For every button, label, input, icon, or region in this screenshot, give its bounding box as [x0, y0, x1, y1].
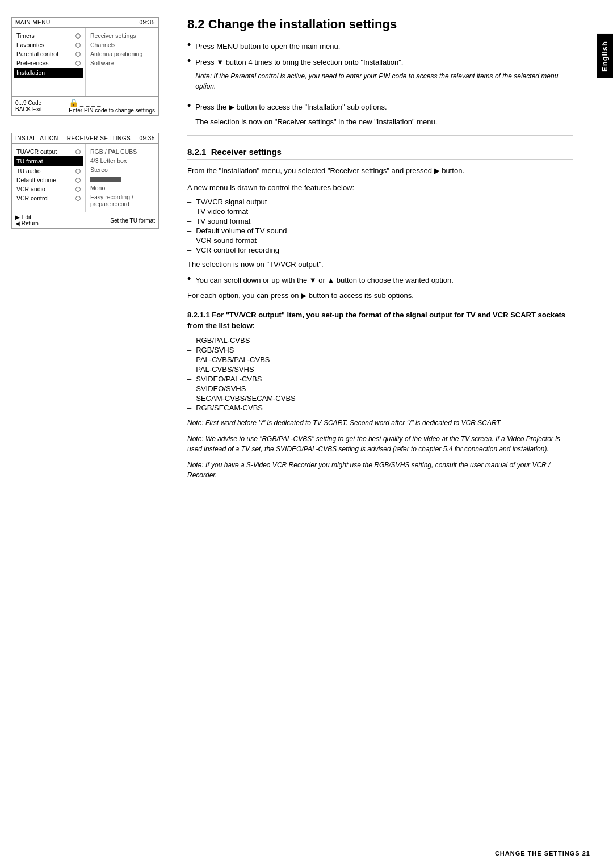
radio-parental — [75, 52, 81, 57]
scroll-bullet: • You can scroll down or up with the ▼ o… — [187, 275, 573, 286]
feature-5: –VCR sound format — [187, 236, 573, 245]
feature-2: –TV video format — [187, 207, 573, 216]
right-content: English 8.2 Change the installation sett… — [170, 0, 613, 868]
menu-item-preferences-label: Preferences — [16, 60, 49, 66]
menu-item-tu-format[interactable]: TU format ◆▶ — [14, 156, 83, 166]
scroll-bullet-text: You can scroll down or up with the ▼ or … — [195, 275, 454, 286]
main-menu-footer: 0...9 Code BACK Exit 🔒 ____ Enter PIN co… — [12, 96, 158, 115]
menu-item-favourites[interactable]: Favourites — [14, 40, 83, 49]
subsection-description: A new menu is drawn to control the featu… — [187, 182, 573, 194]
format-1: –RGB/PAL-CVBS — [187, 336, 573, 345]
radio-timers — [75, 33, 81, 39]
radio-favourites — [75, 43, 81, 48]
tu-audio-label: TU audio — [16, 167, 41, 174]
vcr-control-label: VCR control — [16, 195, 49, 202]
format-7: –SECAM-CVBS/SECAM-CVBS — [187, 394, 573, 402]
vcr-audio-label: VCR audio — [16, 186, 45, 192]
main-menu-body: Timers Favourites Parental control Prefe… — [12, 28, 158, 96]
scroll-bullet-dot: • — [187, 274, 191, 284]
radio-tu-audio — [75, 169, 81, 174]
format-2: –RGB/SVHS — [187, 346, 573, 354]
note-2: Note: We advise to use "RGB/PAL-CVBS" se… — [187, 434, 573, 454]
bullet-text-1: Press MENU button to open the main menu. — [195, 41, 340, 52]
menu-item-parental-label: Parental control — [16, 51, 58, 57]
menu-item-installation-label: Installation — [16, 69, 45, 76]
left-panel: Main Menu 09:35 Timers Favourites Parent… — [0, 0, 170, 868]
menu-item-tuvcr-output[interactable]: TU/VCR output — [14, 147, 83, 156]
menu-item-default-volume[interactable]: Default volume — [14, 175, 83, 184]
install-footer-right: Set the TU format — [110, 217, 155, 224]
bullet-text-3: Press the ▶ button to access the "Instal… — [195, 102, 437, 127]
main-menu-header: Main Menu 09:35 — [12, 18, 158, 28]
footer-page-num: 21 — [582, 850, 590, 857]
right-rgb-pal: RGB / PAL CUBS — [90, 147, 154, 156]
radio-default-volume — [75, 178, 81, 183]
menu-item-preferences[interactable]: Preferences — [14, 58, 83, 68]
main-menu-box: Main Menu 09:35 Timers Favourites Parent… — [11, 17, 159, 116]
section-divider — [187, 135, 573, 136]
bullet-2-note: Note: If the Parental control is active,… — [195, 71, 573, 91]
set-tu-format-label: Set the TU format — [110, 217, 155, 224]
right-letterbox: 4/3 Letter box — [90, 156, 154, 165]
radio-preferences — [75, 61, 81, 66]
lock-icon: 🔒 — [69, 98, 78, 107]
menu-item-timers-label: Timers — [16, 32, 35, 39]
main-menu-footer-left: 0...9 Code BACK Exit — [15, 100, 42, 112]
install-menu-footer: ▶ Edit ◀ Return Set the TU format — [12, 212, 158, 228]
volume-bar-display — [90, 177, 121, 182]
main-menu-right-col: Receiver settings Channels Antenna posit… — [86, 28, 158, 96]
feature-4: –Default volume of TV sound — [187, 227, 573, 235]
radio-vcr-audio — [75, 187, 81, 192]
radio-tuvcr — [75, 149, 81, 154]
right-stereo: Stereo — [90, 165, 154, 174]
main-menu-footer-right: 🔒 ____ Enter PIN code to change settings — [69, 98, 155, 114]
menu-item-vcr-audio[interactable]: VCR audio — [14, 184, 83, 194]
menu-item-vcr-control[interactable]: VCR control — [14, 194, 83, 203]
right-mono: Mono — [90, 183, 154, 192]
note-3: Note: If you have a S-Video VCR Recorder… — [187, 460, 573, 480]
install-menu-left-col: TU/VCR output TU format ◆▶ TU audio Defa… — [12, 144, 86, 212]
feature-3: –TV sound format — [187, 217, 573, 225]
install-menu-title: Installation — [15, 135, 58, 141]
install-menu-header: Installation Receiver settings 09:35 — [12, 133, 158, 144]
right-easy-recording: Easy recording / prepare record — [90, 192, 154, 208]
subsection-title: 8.2.1 Receiver settings — [187, 147, 573, 160]
bullet-2: • Press ▼ button 4 times to bring the se… — [187, 57, 573, 98]
bullet-dot-1: • — [187, 40, 191, 50]
format-8: –RGB/SECAM-CVBS — [187, 404, 573, 412]
right-item-antenna: Antenna positioning — [90, 49, 154, 58]
page-footer: CHANGE THE SETTINGS 21 — [495, 850, 590, 857]
tu-format-label: TU format — [16, 158, 43, 165]
menu-item-tu-audio[interactable]: TU audio — [14, 166, 83, 175]
right-item-software: Software — [90, 58, 154, 68]
main-menu-time: 09:35 — [139, 19, 155, 26]
subsection-intro: From the "Installation" menu, you select… — [187, 165, 573, 177]
install-menu-box: Installation Receiver settings 09:35 TU/… — [11, 133, 159, 229]
right-item-channels: Channels — [90, 40, 154, 49]
menu-item-timers[interactable]: Timers — [14, 31, 83, 40]
menu-item-installation[interactable]: Installation ◆▶ — [14, 68, 83, 78]
right-volume-bar — [90, 174, 154, 183]
features-list: –TV/VCR signal output –TV video format –… — [187, 198, 573, 254]
format-4: –PAL-CVBS/SVHS — [187, 365, 573, 374]
enter-pin-label: Enter PIN code to change settings — [69, 107, 155, 114]
install-menu-body: TU/VCR output TU format ◆▶ TU audio Defa… — [12, 144, 158, 212]
content-section: 8.2 Change the installation settings • P… — [187, 17, 573, 480]
menu-item-parental[interactable]: Parental control — [14, 49, 83, 58]
main-menu-title: Main Menu — [15, 19, 51, 26]
bold-section-text: 8.2.1.1 For "TV/VCR output" item, you se… — [187, 311, 565, 330]
installation-arrow-icon: ◆▶ — [70, 69, 81, 77]
press-note: For each option, you can press on ▶ butt… — [187, 290, 573, 301]
format-6: –SVIDEO/SVHS — [187, 384, 573, 393]
default-volume-label: Default volume — [16, 177, 56, 183]
bullet-dot-3: • — [187, 100, 191, 111]
english-tab: English — [597, 34, 613, 78]
main-menu-left-col: Timers Favourites Parental control Prefe… — [12, 28, 86, 96]
install-menu-right-col: RGB / PAL CUBS 4/3 Letter box Stereo Mon… — [86, 144, 158, 212]
feature-1: –TV/VCR signal output — [187, 198, 573, 206]
format-5: –SVIDEO/PAL-CVBS — [187, 375, 573, 383]
format-3: –PAL-CVBS/PAL-CVBS — [187, 355, 573, 364]
pin-display: ____ — [80, 100, 103, 107]
install-footer-left: ▶ Edit ◀ Return — [15, 214, 39, 227]
bullet-1: • Press MENU button to open the main men… — [187, 41, 573, 52]
